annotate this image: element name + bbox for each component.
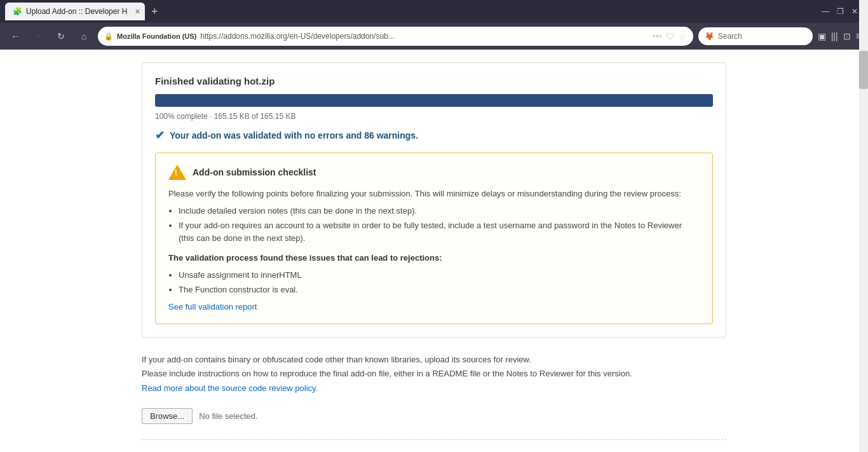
window-controls: — ❐ ✕	[822, 7, 863, 16]
progress-text: 100% complete · 165.15 KB of 165.15 KB	[155, 112, 713, 121]
info-line-1: If your add-on contains binary or obfusc…	[142, 353, 726, 367]
validation-section: Finished validating hot.zip 100% complet…	[142, 62, 726, 338]
validation-success-message: ✔ Your add-on was validated with no erro…	[155, 128, 713, 142]
page-content: Finished validating hot.zip 100% complet…	[123, 50, 745, 452]
sidebar-toggle-icon[interactable]: ▣	[818, 31, 826, 41]
close-button[interactable]: ✕	[851, 7, 858, 16]
library-icon[interactable]: |||	[831, 31, 838, 41]
checklist-body: Please verify the following points befor…	[168, 188, 700, 313]
no-file-label: No file selected.	[199, 411, 258, 421]
minimize-button[interactable]: —	[822, 7, 829, 16]
home-button[interactable]: ⌂	[75, 27, 93, 45]
tab-title: Upload Add-on :: Developer H	[26, 7, 127, 16]
browse-button[interactable]: Browse...	[142, 408, 193, 424]
source-policy-link[interactable]: Read more about the source code review p…	[142, 383, 318, 393]
reload-button[interactable]: ↻	[52, 27, 70, 45]
file-upload-row: Browse... No file selected.	[142, 408, 726, 424]
shield-icon[interactable]: 🛡	[666, 31, 675, 41]
checklist-item: Include detailed version notes (this can…	[179, 205, 700, 218]
synced-tabs-icon[interactable]: ⊡	[843, 31, 851, 41]
tab-bar: 🧩 Upload Add-on :: Developer H ✕ + — ❐ ✕	[0, 0, 868, 23]
new-tab-button[interactable]: +	[147, 5, 162, 18]
rejection-title: The validation process found these issue…	[168, 252, 700, 265]
org-label: Mozilla Foundation (US)	[117, 32, 196, 40]
checklist-intro: Please verify the following points befor…	[168, 188, 700, 201]
search-placeholder: Search	[718, 32, 742, 41]
checkmark-icon: ✔	[155, 128, 165, 142]
toolbar-right: 🦊 Search ▣ ||| ⊡ ≡	[698, 27, 862, 45]
progress-bar-fill	[155, 94, 713, 107]
validation-title: Finished validating hot.zip	[155, 76, 713, 86]
rejection-items: Unsafe assignment to innerHTML The Funct…	[168, 269, 700, 297]
bookmark-icon[interactable]: ☆	[679, 31, 687, 41]
checklist-box: Add-on submission checklist Please verif…	[155, 153, 713, 324]
full-validation-report-link[interactable]: See full validation report	[168, 302, 257, 312]
progress-bar-container	[155, 94, 713, 107]
info-section: If your add-on contains binary or obfusc…	[142, 353, 726, 395]
search-box[interactable]: 🦊 Search	[698, 27, 813, 45]
checklist-items: Include detailed version notes (this can…	[168, 205, 700, 245]
scrollbar-thumb[interactable]	[859, 51, 868, 89]
url-text: https://addons.mozilla.org/en-US/develop…	[200, 32, 649, 41]
browser-chrome: 🧩 Upload Add-on :: Developer H ✕ + — ❐ ✕…	[0, 0, 868, 50]
checklist-title: Add-on submission checklist	[193, 167, 316, 177]
rejection-section: The validation process found these issue…	[168, 252, 700, 296]
rejection-item: Unsafe assignment to innerHTML	[179, 269, 700, 282]
maximize-button[interactable]: ❐	[837, 7, 844, 16]
tab-favicon: 🧩	[13, 6, 22, 17]
checklist-header: Add-on submission checklist	[168, 163, 700, 181]
info-line-2: Please include instructions on how to re…	[142, 367, 726, 381]
checklist-item: If your add-on requires an account to a …	[179, 219, 700, 246]
back-button[interactable]: ←	[6, 27, 24, 45]
divider	[142, 439, 726, 440]
scrollbar[interactable]	[859, 0, 868, 452]
rejection-item: The Function constructor is eval.	[179, 284, 700, 297]
validation-success-text: Your add-on was validated with no errors…	[170, 130, 418, 140]
active-tab[interactable]: 🧩 Upload Add-on :: Developer H ✕	[5, 3, 145, 20]
forward-button[interactable]: →	[29, 27, 47, 45]
warning-icon	[168, 163, 186, 181]
secure-icon: 🔒	[104, 32, 113, 41]
search-fox-icon: 🦊	[705, 32, 714, 41]
more-options-icon[interactable]: •••	[653, 31, 662, 41]
navigation-toolbar: ← → ↻ ⌂ 🔒 Mozilla Foundation (US) https:…	[0, 23, 868, 50]
warning-triangle	[168, 165, 186, 180]
address-bar[interactable]: 🔒 Mozilla Foundation (US) https://addons…	[98, 27, 693, 46]
tab-close-button[interactable]: ✕	[135, 8, 140, 16]
